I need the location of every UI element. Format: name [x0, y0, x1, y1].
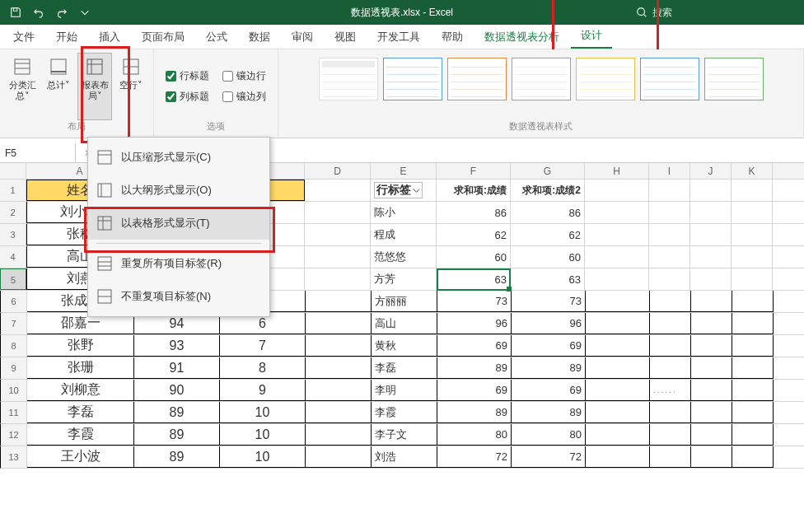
cell[interactable]: 89 [512, 402, 586, 423]
name-box[interactable]: F5 [0, 143, 76, 162]
row-number[interactable]: 9 [1, 357, 27, 379]
tab-insert[interactable]: 插入 [89, 25, 130, 49]
save-icon[interactable] [7, 3, 25, 21]
menu-outline[interactable]: 以大纲形式显示(O) [88, 174, 269, 207]
col-J[interactable]: J [690, 163, 732, 179]
row-number[interactable]: 11 [1, 402, 27, 423]
cell[interactable]: 王小波 [27, 446, 134, 468]
cell[interactable] [690, 268, 732, 290]
cell[interactable] [650, 357, 691, 379]
cell[interactable] [732, 224, 773, 245]
cell[interactable] [650, 335, 691, 357]
style-thumb[interactable] [704, 58, 764, 100]
tab-pagelayout[interactable]: 页面布局 [132, 25, 194, 49]
cell[interactable]: 行标签 [371, 180, 437, 201]
cell[interactable] [306, 313, 372, 334]
cell[interactable]: 63 [511, 268, 585, 290]
table-row[interactable]: 11李磊8910李霞8989 [0, 402, 804, 424]
row-number[interactable]: 8 [1, 335, 27, 357]
cell[interactable]: 96 [437, 313, 512, 334]
row-number[interactable]: 2 [0, 202, 26, 223]
cell[interactable] [732, 246, 773, 268]
cell[interactable] [732, 402, 774, 423]
row-number[interactable]: 1 [0, 180, 26, 201]
tab-file[interactable]: 文件 [3, 25, 44, 49]
cell[interactable] [649, 180, 690, 201]
cell[interactable]: 73 [437, 291, 512, 312]
cell[interactable]: 60 [437, 246, 511, 268]
cell[interactable]: 8 [220, 357, 306, 379]
cell[interactable]: 60 [511, 246, 585, 268]
cell[interactable] [691, 380, 732, 401]
tab-view[interactable]: 视图 [325, 25, 366, 49]
col-H[interactable]: H [585, 163, 649, 179]
cell[interactable] [650, 291, 691, 312]
qat-dropdown-icon[interactable] [76, 3, 94, 21]
cell[interactable]: 方芳 [371, 268, 437, 290]
cell[interactable] [650, 424, 691, 446]
row-number[interactable]: 6 [1, 291, 27, 312]
cell[interactable] [732, 357, 774, 379]
pivot-style-gallery[interactable] [312, 53, 770, 120]
col-I[interactable]: I [649, 163, 690, 179]
col-G[interactable]: G [511, 163, 585, 179]
tab-help[interactable]: 帮助 [432, 25, 473, 49]
cell[interactable] [306, 424, 372, 446]
cell[interactable] [690, 180, 732, 201]
style-thumb[interactable] [512, 58, 571, 100]
cell[interactable]: 7 [220, 335, 306, 357]
cell[interactable]: 90 [134, 380, 220, 401]
tab-developer[interactable]: 开发工具 [367, 25, 430, 49]
cell[interactable]: 72 [512, 446, 586, 468]
cell[interactable]: 高山 [372, 313, 437, 334]
cell[interactable] [732, 291, 774, 312]
style-thumb[interactable] [640, 58, 699, 100]
cell[interactable] [691, 335, 732, 357]
cell[interactable] [732, 380, 774, 401]
row-number[interactable]: 13 [1, 446, 27, 468]
style-thumb[interactable] [383, 58, 442, 100]
cell[interactable]: 69 [437, 335, 512, 357]
cell[interactable] [306, 402, 372, 423]
cell[interactable] [586, 380, 650, 401]
cell[interactable] [691, 402, 732, 423]
col-F[interactable]: F [437, 163, 511, 179]
menu-no-repeat-labels[interactable]: 不重复项目标签(N) [88, 280, 269, 313]
table-row[interactable]: 8张野937黄秋6969 [0, 335, 804, 357]
cell[interactable] [732, 180, 773, 201]
cell[interactable] [586, 335, 650, 357]
cell[interactable] [691, 357, 732, 379]
cell[interactable]: 69 [512, 380, 586, 401]
cell[interactable] [732, 313, 774, 334]
cell[interactable]: 张野 [27, 335, 134, 357]
row-number[interactable]: 4 [0, 246, 26, 268]
cell[interactable] [305, 268, 371, 290]
cell[interactable]: ...... [650, 380, 691, 401]
cell[interactable]: 范悠悠 [371, 246, 437, 268]
cell[interactable]: 86 [511, 202, 585, 223]
search-box[interactable]: 搜索 [636, 6, 672, 20]
tab-home[interactable]: 开始 [46, 25, 87, 49]
redo-icon[interactable] [53, 3, 71, 21]
row-number[interactable]: 10 [1, 380, 27, 401]
cell[interactable] [305, 202, 371, 223]
cell[interactable] [586, 446, 650, 468]
cell[interactable]: 62 [437, 224, 511, 245]
table-row[interactable]: 12李霞8910李子文8080 [0, 424, 804, 446]
tab-data[interactable]: 数据 [239, 25, 280, 49]
cell[interactable]: 89 [134, 402, 220, 423]
cell[interactable]: 刘浩 [372, 446, 437, 468]
cell[interactable] [691, 291, 732, 312]
cell[interactable]: 69 [437, 380, 512, 401]
cell[interactable]: 求和项:成绩2 [511, 180, 585, 201]
cell[interactable] [306, 380, 372, 401]
style-thumb[interactable] [576, 58, 635, 100]
cell[interactable] [306, 291, 372, 312]
cell[interactable]: 刘柳意 [27, 380, 134, 401]
blank-rows-button[interactable]: 空行˅ [114, 53, 148, 120]
cell[interactable]: 86 [437, 202, 511, 223]
cell[interactable] [691, 313, 732, 334]
cell[interactable]: 80 [437, 424, 512, 446]
cell[interactable]: 张珊 [27, 357, 134, 379]
cell[interactable] [691, 424, 732, 446]
